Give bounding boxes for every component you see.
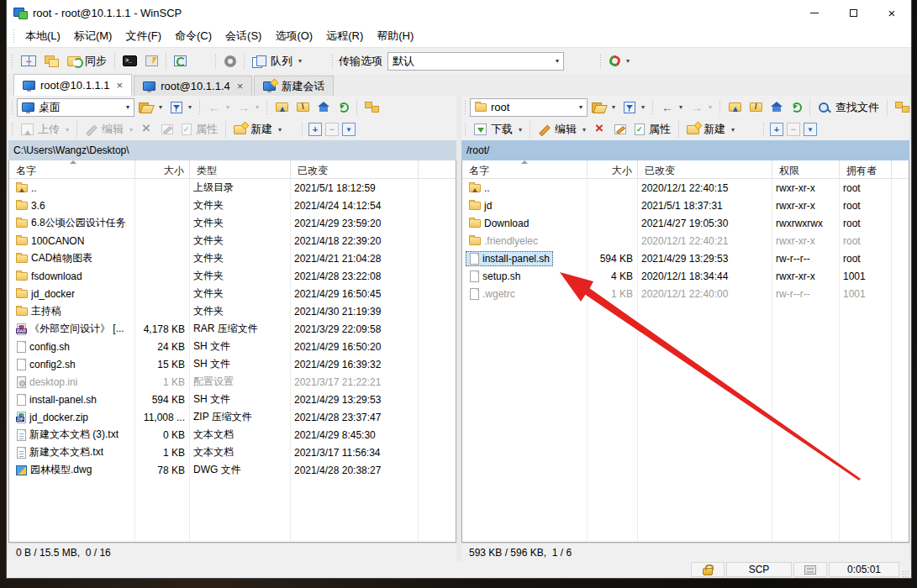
local-file-row-10[interactable]: config2.sh15 KBSH 文件2021/4/29 16:39:32 xyxy=(9,355,456,373)
remote-open-directory-button[interactable]: ▾ xyxy=(588,97,619,118)
file-name[interactable]: Download xyxy=(466,216,532,231)
queue-button[interactable]: 队列 ▾ xyxy=(248,50,306,72)
menu-item-0[interactable]: 本地(L) xyxy=(18,25,67,47)
local-column-header-name[interactable]: 名字 xyxy=(9,160,135,178)
local-column-header-type[interactable]: 类型 xyxy=(190,160,291,178)
synchronize-button[interactable]: 同步 xyxy=(63,50,111,72)
remote-select-button[interactable]: + xyxy=(770,123,783,136)
open-console-button[interactable] xyxy=(119,50,141,72)
menu-item-3[interactable]: 命令(C) xyxy=(168,25,219,47)
file-name[interactable]: .friendlyelec xyxy=(466,234,541,249)
menu-item-7[interactable]: 帮助(H) xyxy=(370,25,420,47)
local-file-row-9[interactable]: config.sh24 KBSH 文件2021/4/29 16:50:20 xyxy=(9,338,456,355)
remote-file-row-5[interactable]: setup.sh4 KB2020/12/1 18:34:44rwxr-xr-x1… xyxy=(462,267,909,285)
close-button[interactable]: × xyxy=(872,0,911,25)
toolbar-grip[interactable] xyxy=(651,101,655,114)
local-root-directory-button[interactable] xyxy=(292,97,314,118)
file-name[interactable]: 园林模型.dwg xyxy=(13,461,95,479)
open-putty-button[interactable] xyxy=(141,50,162,72)
remote-path-bar[interactable]: /root/ xyxy=(461,140,909,160)
file-name[interactable]: config2.sh xyxy=(13,357,79,372)
local-refresh-button[interactable] xyxy=(335,97,353,118)
file-name[interactable]: 100CANON xyxy=(13,234,87,249)
local-column-header-changed[interactable]: 已改变 xyxy=(291,160,419,178)
file-name[interactable]: jd_docker.zip xyxy=(13,410,92,425)
remote-root-directory-button[interactable] xyxy=(746,97,767,118)
toolbar-grip[interactable] xyxy=(762,123,766,136)
session-tab-1[interactable]: root@10.1.1.4× xyxy=(134,76,252,96)
toolbar-grip[interactable] xyxy=(198,101,202,114)
local-file-row-15[interactable]: 新建文本文档.txt1 KB文本文档2021/3/17 11:56:34 xyxy=(9,444,456,461)
tab-close-icon[interactable]: × xyxy=(117,79,124,92)
remote-properties-button[interactable]: 属性 xyxy=(630,118,675,140)
toolbar-grip[interactable] xyxy=(214,55,218,68)
menu-item-5[interactable]: 选项(O) xyxy=(268,25,319,47)
download-button[interactable]: 下载 ▾ xyxy=(470,118,526,140)
remote-column-header-perm[interactable]: 权限 xyxy=(772,160,840,178)
file-name[interactable]: 3.6 xyxy=(13,198,49,213)
remote-new-button[interactable]: 新建 ▾ xyxy=(682,118,739,140)
resize-grip[interactable] xyxy=(901,570,909,578)
remote-file-row-2[interactable]: Download2021/4/27 19:05:30rwxrwxrwxroot xyxy=(462,214,909,232)
remote-edit-button[interactable]: 编辑 ▾ xyxy=(534,118,590,140)
menu-item-2[interactable]: 文件(F) xyxy=(119,25,168,47)
file-name[interactable]: jd xyxy=(466,198,495,213)
file-name[interactable]: .wgetrc xyxy=(466,286,519,302)
remote-column-header-size[interactable]: 大小 xyxy=(588,160,638,178)
remote-rename-button[interactable] xyxy=(610,118,630,140)
remote-file-row-6[interactable]: .wgetrc1 KB2020/12/1 22:40:00rw-r--r--10… xyxy=(462,285,909,302)
remote-column-header-changed[interactable]: 已改变 xyxy=(638,160,772,178)
file-name[interactable]: 主持稿 xyxy=(13,302,65,320)
file-name[interactable]: jd_docker xyxy=(13,286,78,302)
remote-file-row-0[interactable]: ..2020/12/1 22:40:15rwxr-xr-xroot xyxy=(462,179,909,197)
toolbar-grip[interactable] xyxy=(464,123,467,136)
file-name[interactable]: fsdownload xyxy=(13,269,86,284)
local-selection-filter-button[interactable]: ▼ xyxy=(342,123,356,136)
local-drive-combo[interactable]: 桌面 ▾ xyxy=(17,98,134,117)
remote-filter-button[interactable]: ▾ xyxy=(619,97,649,118)
toolbar-grip[interactable] xyxy=(266,101,269,114)
local-home-button[interactable] xyxy=(314,97,335,118)
file-name[interactable]: desktop.ini xyxy=(13,375,81,390)
local-file-row-5[interactable]: fsdownload文件夹2021/4/28 23:22:08 xyxy=(9,267,456,285)
local-select-button[interactable]: + xyxy=(308,123,322,136)
menu-item-1[interactable]: 标记(M) xyxy=(67,25,119,47)
toolbar-grip[interactable] xyxy=(599,55,603,68)
local-file-row-11[interactable]: desktop.ini1 KB配置设置2021/3/17 21:22:21 xyxy=(9,373,456,391)
local-file-row-4[interactable]: CAD植物图表文件夹2021/4/21 21:04:28 xyxy=(9,249,456,267)
remote-delete-button[interactable] xyxy=(590,118,610,140)
local-new-button[interactable]: 新建 ▾ xyxy=(229,118,286,140)
remote-column-header-owner[interactable]: 拥有者 xyxy=(840,160,892,178)
remote-home-button[interactable] xyxy=(767,97,788,118)
local-column-header-size[interactable]: 大小 xyxy=(135,160,190,178)
file-name[interactable]: config.sh xyxy=(13,339,73,354)
toolbar-grip[interactable] xyxy=(13,29,16,43)
toolbar-grip[interactable] xyxy=(719,101,722,114)
menu-item-4[interactable]: 会话(S) xyxy=(219,25,268,47)
file-name[interactable]: install-panel.sh xyxy=(13,392,100,407)
file-name[interactable]: 新建文本文档 (3).txt xyxy=(13,426,122,444)
sync-browsing-button[interactable] xyxy=(40,50,63,72)
remote-column-header-name[interactable]: 名字 xyxy=(462,160,588,178)
local-file-row-12[interactable]: install-panel.sh594 KBSH 文件2021/4/29 13:… xyxy=(9,391,456,408)
local-file-row-8[interactable]: 《外部空间设计》 [...4,178 KBRAR 压缩文件2021/3/29 2… xyxy=(9,320,456,338)
minimize-button[interactable] xyxy=(795,0,834,25)
selected-file-name[interactable]: install-panel.sh xyxy=(466,251,553,266)
file-name[interactable]: 《外部空间设计》 [... xyxy=(13,320,128,338)
toolbar-grip[interactable] xyxy=(464,101,467,114)
local-file-row-6[interactable]: jd_docker文件夹2021/4/29 16:50:45 xyxy=(9,285,456,302)
local-file-row-14[interactable]: 新建文本文档 (3).txt0 KB文本文档2021/4/29 8:45:30 xyxy=(9,426,456,444)
remote-file-row-4[interactable]: install-panel.sh594 KB2021/4/29 13:29:53… xyxy=(462,249,909,267)
file-name[interactable]: 6.8公顷公园设计任务... xyxy=(13,214,130,232)
local-parent-directory-button[interactable] xyxy=(271,97,292,118)
remote-selection-filter-button[interactable]: ▼ xyxy=(804,123,817,136)
toolbar-grip[interactable] xyxy=(301,123,304,136)
file-name[interactable]: .. xyxy=(13,181,40,196)
maximize-button[interactable] xyxy=(834,0,872,25)
file-name[interactable]: .. xyxy=(466,181,493,196)
file-name[interactable]: 新建文本文档.txt xyxy=(13,444,107,461)
file-name[interactable]: setup.sh xyxy=(466,269,524,284)
local-file-row-16[interactable]: 园林模型.dwg78 KBDWG 文件2021/4/28 20:38:27 xyxy=(9,461,456,479)
local-file-row-0[interactable]: ..上级目录2021/5/1 18:12:59 xyxy=(9,179,456,197)
local-file-row-13[interactable]: jd_docker.zip11,008 ...ZIP 压缩文件2021/4/28… xyxy=(9,408,456,426)
